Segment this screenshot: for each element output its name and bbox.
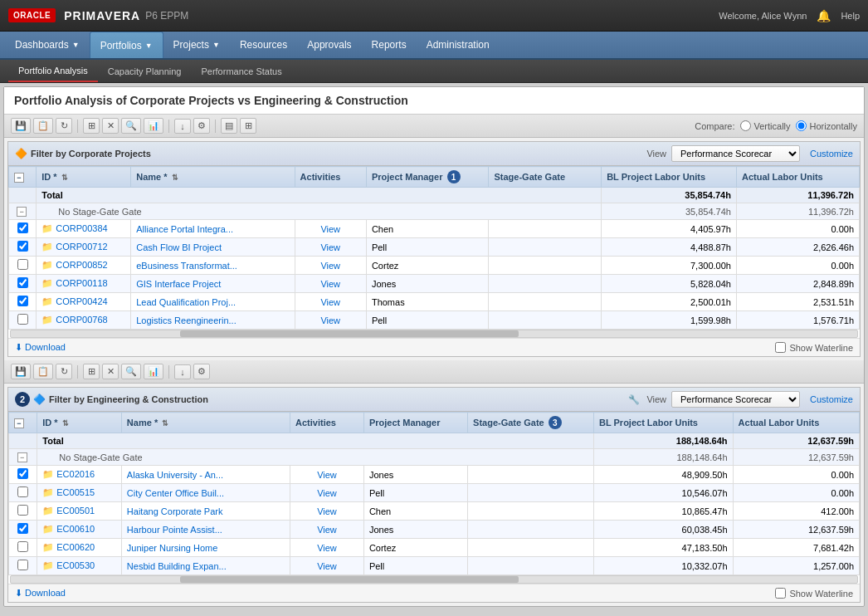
nav-approvals[interactable]: Approvals [297, 32, 361, 58]
toolbar-btn-filter[interactable]: 🔍 [121, 118, 141, 134]
tab-performance-status[interactable]: Performance Status [191, 60, 291, 82]
compare-horizontally[interactable]: Horizontally [796, 120, 857, 131]
row-checkbox[interactable] [17, 222, 28, 233]
row-name-link[interactable]: Alaska University - An... [127, 470, 223, 480]
collapse-subgroup-1[interactable]: − [17, 207, 27, 217]
col-header-id-1[interactable]: ID * ⇅ [37, 167, 131, 188]
row-name-link[interactable]: City Center Office Buil... [127, 488, 224, 498]
toolbar-btn-settings[interactable]: ⚙ [193, 118, 210, 134]
row-id-link[interactable]: CORP00768 [56, 315, 107, 325]
row-id-link[interactable]: CORP00712 [56, 242, 107, 252]
toolbar2-btn-add[interactable]: ⊞ [83, 364, 100, 379]
row-name-link[interactable]: Haitang Corporate Park [127, 506, 223, 516]
toolbar-btn-add[interactable]: ⊞ [83, 118, 100, 134]
toolbar2-btn-settings[interactable]: ⚙ [193, 364, 210, 379]
row-activities-link[interactable]: View [317, 506, 337, 516]
toolbar2-btn-refresh[interactable]: ↻ [56, 364, 72, 379]
row-name-link[interactable]: Lead Qualification Proj... [136, 297, 236, 307]
section1-view-dropdown[interactable]: Performance Scorecar [671, 145, 800, 162]
nav-administration[interactable]: Administration [417, 32, 500, 58]
nav-projects[interactable]: Projects ▼ [163, 32, 230, 58]
row-id-link[interactable]: EC00501 [56, 506, 95, 516]
col-header-name-1[interactable]: Name * ⇅ [131, 167, 295, 188]
nav-dashboards[interactable]: Dashboards ▼ [5, 32, 90, 58]
row-id-link[interactable]: EC02016 [56, 469, 95, 479]
row-name-link[interactable]: Nesbid Building Expan... [127, 561, 227, 571]
toolbar-btn-chart[interactable]: 📊 [144, 118, 163, 134]
nav-resources[interactable]: Resources [230, 32, 297, 58]
row-id-link[interactable]: EC00620 [56, 542, 95, 552]
nav-portfolios[interactable]: Portfolios ▼ [90, 32, 163, 58]
section2-hscrollbar[interactable] [10, 575, 858, 584]
row-activities-link[interactable]: View [317, 525, 337, 535]
row-activities-link[interactable]: View [320, 261, 340, 271]
row-checkbox[interactable] [17, 277, 28, 288]
toolbar-btn-delete[interactable]: ✕ [102, 118, 119, 134]
row-activities-link[interactable]: View [317, 543, 337, 553]
section1-download-link[interactable]: ⬇ Download [15, 342, 66, 353]
sort-icon-id-1[interactable]: ⇅ [61, 174, 68, 182]
section1-hscrollbar[interactable] [10, 330, 858, 338]
toolbar-btn-save[interactable]: 💾 [11, 118, 31, 134]
row-name-link[interactable]: Juniper Nursing Home [127, 543, 217, 553]
row-checkbox[interactable] [17, 314, 28, 325]
row-name-link[interactable]: Harbour Pointe Assist... [127, 525, 222, 535]
row-activities-link[interactable]: View [317, 488, 337, 498]
row-activities-link[interactable]: View [320, 224, 340, 234]
row-id-link[interactable]: EC00610 [56, 524, 95, 534]
sort-icon-name-1[interactable]: ⇅ [172, 174, 178, 182]
row-name-link[interactable]: GIS Interface Project [136, 279, 221, 289]
tab-capacity-planning[interactable]: Capacity Planning [98, 60, 192, 82]
toolbar2-btn-chart[interactable]: 📊 [144, 364, 163, 379]
row-checkbox[interactable] [17, 241, 28, 252]
section1-customize-link[interactable]: Customize [810, 149, 853, 159]
row-checkbox[interactable] [17, 259, 28, 270]
row-name-link[interactable]: Alliance Portal Integra... [136, 224, 233, 234]
section2-download-link[interactable]: ⬇ Download [15, 588, 66, 599]
tab-portfolio-analysis[interactable]: Portfolio Analysis [8, 60, 98, 82]
collapse-subgroup-2[interactable]: − [17, 452, 27, 462]
section1-waterline-checkbox[interactable] [775, 342, 786, 353]
row-activities-link[interactable]: View [320, 279, 340, 289]
row-id-link[interactable]: CORP00852 [56, 260, 107, 270]
toolbar-btn-copy[interactable]: 📋 [33, 118, 53, 134]
row-checkbox[interactable] [17, 541, 28, 552]
help-link[interactable]: Help [841, 11, 860, 21]
collapse-all-1[interactable]: − [14, 173, 24, 183]
row-id-link[interactable]: CORP00424 [56, 296, 107, 306]
row-activities-link[interactable]: View [317, 561, 337, 571]
sort-icon-name-2[interactable]: ⇅ [162, 419, 168, 428]
row-activities-link[interactable]: View [317, 470, 337, 480]
row-id-link[interactable]: CORP00384 [56, 223, 107, 233]
row-checkbox[interactable] [17, 468, 28, 479]
row-id-link[interactable]: EC00515 [56, 487, 95, 497]
toolbar2-btn-import[interactable]: ↓ [174, 364, 191, 379]
section2-waterline-checkbox[interactable] [775, 588, 786, 599]
collapse-all-2[interactable]: − [14, 418, 24, 428]
row-activities-link[interactable]: View [320, 315, 340, 325]
row-checkbox[interactable] [17, 296, 28, 306]
row-checkbox[interactable] [17, 523, 28, 534]
toolbar2-btn-save[interactable]: 💾 [11, 364, 31, 379]
toolbar2-btn-filter[interactable]: 🔍 [121, 364, 141, 379]
toolbar-btn-refresh[interactable]: ↻ [56, 118, 72, 134]
col-header-id-2[interactable]: ID * ⇅ [37, 413, 122, 433]
row-name-link[interactable]: Cash Flow BI Project [136, 242, 222, 252]
col-header-name-2[interactable]: Name * ⇅ [121, 413, 290, 433]
row-id-link[interactable]: EC00530 [56, 560, 95, 570]
compare-vertically[interactable]: Vertically [740, 120, 791, 131]
section2-view-dropdown[interactable]: Performance Scorecar [671, 391, 800, 408]
row-name-link[interactable]: eBusiness Transformat... [136, 261, 237, 271]
toolbar-btn-import[interactable]: ↓ [174, 119, 191, 134]
row-name-link[interactable]: Logistics Reengineerin... [136, 315, 236, 325]
row-checkbox[interactable] [17, 560, 28, 570]
row-activities-link[interactable]: View [320, 242, 340, 252]
toolbar2-btn-copy[interactable]: 📋 [33, 364, 53, 379]
row-checkbox[interactable] [17, 505, 28, 516]
toolbar2-btn-delete[interactable]: ✕ [102, 364, 119, 379]
toolbar-btn-layout[interactable]: ▤ [221, 118, 237, 134]
row-checkbox[interactable] [17, 486, 28, 497]
row-id-link[interactable]: CORP00118 [56, 278, 107, 288]
nav-reports[interactable]: Reports [362, 32, 417, 58]
notification-icon[interactable]: 🔔 [817, 9, 831, 22]
